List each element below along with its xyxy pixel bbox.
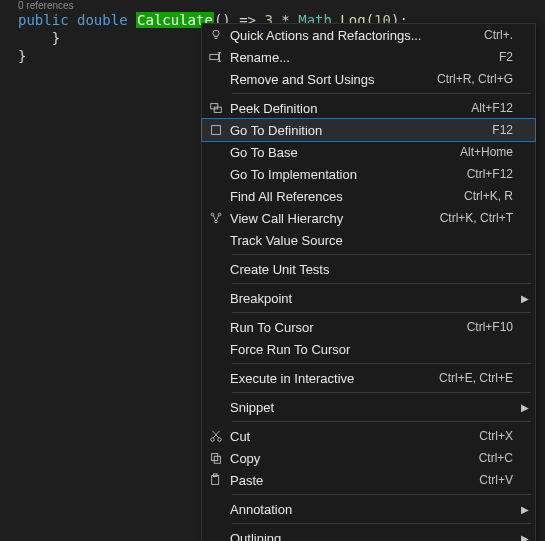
menu-label: Execute in Interactive <box>230 371 439 386</box>
submenu-arrow-icon: ▶ <box>519 533 529 542</box>
menu-label: Create Unit Tests <box>230 262 513 277</box>
menu-shortcut: Ctrl+R, Ctrl+G <box>437 72 519 86</box>
menu-label: Peek Definition <box>230 101 471 116</box>
menu-separator <box>232 283 531 284</box>
submenu-arrow-icon: ▶ <box>519 504 529 515</box>
menu-goto-definition[interactable]: Go To Definition F12 <box>202 119 535 141</box>
menu-peek-definition[interactable]: Peek Definition Alt+F12 <box>202 97 535 119</box>
keyword-public: public <box>18 12 69 28</box>
menu-goto-base[interactable]: Go To Base Alt+Home <box>202 141 535 163</box>
menu-shortcut: Ctrl+C <box>479 451 519 465</box>
menu-track-value[interactable]: Track Value Source <box>202 229 535 251</box>
copy-icon <box>202 451 230 465</box>
svg-point-0 <box>213 30 219 36</box>
goto-icon <box>202 123 230 137</box>
menu-separator <box>232 312 531 313</box>
menu-label: Go To Implementation <box>230 167 467 182</box>
menu-create-unit-tests[interactable]: Create Unit Tests <box>202 258 535 280</box>
svg-point-7 <box>215 220 218 223</box>
menu-shortcut: Ctrl+V <box>479 473 519 487</box>
menu-remove-usings[interactable]: Remove and Sort Usings Ctrl+R, Ctrl+G <box>202 68 535 90</box>
menu-separator <box>232 93 531 94</box>
menu-label: View Call Hierarchy <box>230 211 440 226</box>
codelens-references[interactable]: 0 references <box>0 0 545 11</box>
menu-separator <box>232 523 531 524</box>
submenu-arrow-icon: ▶ <box>519 293 529 304</box>
menu-label: Copy <box>230 451 479 466</box>
menu-label: Annotation <box>230 502 513 517</box>
menu-find-references[interactable]: Find All References Ctrl+K, R <box>202 185 535 207</box>
menu-shortcut: Ctrl+. <box>484 28 519 42</box>
menu-cut[interactable]: Cut Ctrl+X <box>202 425 535 447</box>
menu-force-run-to-cursor[interactable]: Force Run To Cursor <box>202 338 535 360</box>
svg-point-8 <box>211 438 215 442</box>
menu-shortcut: Ctrl+E, Ctrl+E <box>439 371 519 385</box>
menu-separator <box>232 421 531 422</box>
menu-shortcut: Alt+Home <box>460 145 519 159</box>
menu-label: Rename... <box>230 50 499 65</box>
menu-label: Go To Base <box>230 145 460 160</box>
menu-outlining[interactable]: Outlining ▶ <box>202 527 535 541</box>
menu-shortcut: F2 <box>499 50 519 64</box>
svg-rect-1 <box>210 54 219 59</box>
menu-shortcut: Ctrl+F10 <box>467 320 519 334</box>
menu-run-to-cursor[interactable]: Run To Cursor Ctrl+F10 <box>202 316 535 338</box>
submenu-arrow-icon: ▶ <box>519 402 529 413</box>
menu-label: Outlining <box>230 531 513 542</box>
peek-icon <box>202 101 230 115</box>
menu-label: Track Value Source <box>230 233 513 248</box>
menu-goto-implementation[interactable]: Go To Implementation Ctrl+F12 <box>202 163 535 185</box>
menu-label: Breakpoint <box>230 291 513 306</box>
menu-label: Remove and Sort Usings <box>230 72 437 87</box>
menu-paste[interactable]: Paste Ctrl+V <box>202 469 535 491</box>
svg-point-9 <box>218 438 222 442</box>
menu-label: Cut <box>230 429 479 444</box>
menu-separator <box>232 392 531 393</box>
menu-breakpoint[interactable]: Breakpoint ▶ <box>202 287 535 309</box>
menu-quick-actions[interactable]: Quick Actions and Refactorings... Ctrl+. <box>202 24 535 46</box>
paste-icon <box>202 473 230 487</box>
menu-shortcut: F12 <box>492 123 519 137</box>
menu-execute-interactive[interactable]: Execute in Interactive Ctrl+E, Ctrl+E <box>202 367 535 389</box>
menu-label: Snippet <box>230 400 513 415</box>
scissors-icon <box>202 429 230 443</box>
menu-shortcut: Ctrl+K, R <box>464 189 519 203</box>
menu-shortcut: Alt+F12 <box>471 101 519 115</box>
keyword-double: double <box>77 12 128 28</box>
menu-copy[interactable]: Copy Ctrl+C <box>202 447 535 469</box>
menu-label: Find All References <box>230 189 464 204</box>
lightbulb-icon <box>202 28 230 42</box>
menu-shortcut: Ctrl+X <box>479 429 519 443</box>
menu-shortcut: Ctrl+K, Ctrl+T <box>440 211 519 225</box>
menu-call-hierarchy[interactable]: View Call Hierarchy Ctrl+K, Ctrl+T <box>202 207 535 229</box>
context-menu[interactable]: Quick Actions and Refactorings... Ctrl+.… <box>201 23 536 541</box>
hierarchy-icon <box>202 211 230 225</box>
menu-label: Run To Cursor <box>230 320 467 335</box>
menu-separator <box>232 363 531 364</box>
menu-label: Quick Actions and Refactorings... <box>230 28 484 43</box>
menu-separator <box>232 494 531 495</box>
menu-label: Paste <box>230 473 479 488</box>
menu-rename[interactable]: Rename... F2 <box>202 46 535 68</box>
menu-annotation[interactable]: Annotation ▶ <box>202 498 535 520</box>
rename-icon <box>202 50 230 64</box>
svg-rect-4 <box>212 126 221 135</box>
menu-shortcut: Ctrl+F12 <box>467 167 519 181</box>
menu-label: Force Run To Cursor <box>230 342 513 357</box>
menu-snippet[interactable]: Snippet ▶ <box>202 396 535 418</box>
menu-separator <box>232 254 531 255</box>
menu-label: Go To Definition <box>230 123 492 138</box>
